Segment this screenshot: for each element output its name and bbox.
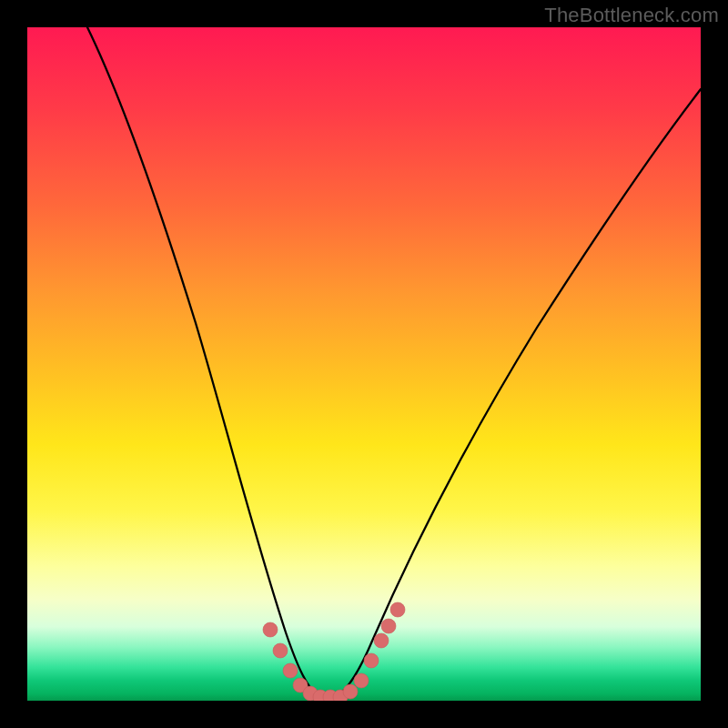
marker-dot — [374, 633, 389, 648]
marker-dot — [283, 663, 298, 678]
marker-dot — [390, 602, 405, 617]
marker-dot — [354, 673, 369, 688]
bottleneck-curve-path — [87, 27, 701, 696]
marker-dot — [273, 643, 288, 658]
watermark-text: TheBottleneck.com — [544, 4, 719, 27]
plot-area — [27, 27, 701, 701]
marker-dot — [364, 653, 379, 668]
chart-frame: TheBottleneck.com — [0, 0, 728, 728]
bottleneck-curve-svg — [27, 27, 701, 701]
marker-dot — [263, 622, 278, 637]
marker-dot — [381, 619, 396, 633]
marker-dot — [343, 684, 358, 699]
